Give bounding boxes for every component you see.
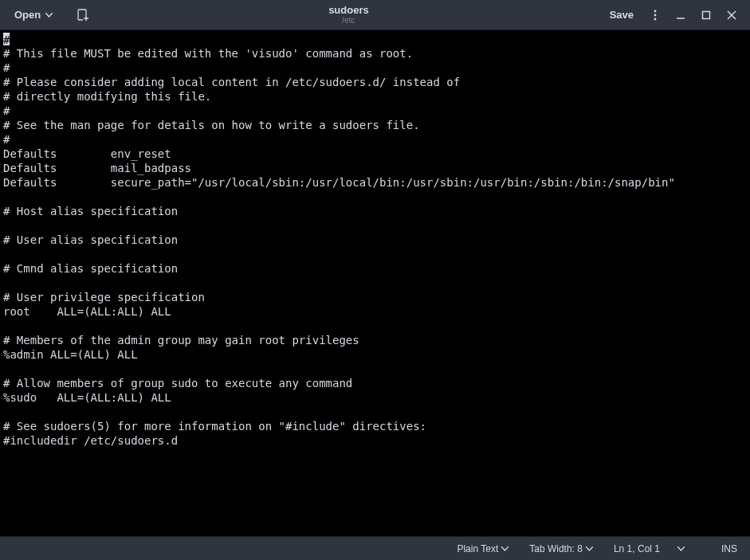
maximize-icon	[701, 10, 711, 20]
syntax-label: Plain Text	[457, 543, 498, 554]
editor-content: # This file MUST be edited with the 'vis…	[3, 47, 675, 447]
editor-area[interactable]: # # This file MUST be edited with the 'v…	[0, 30, 750, 536]
titlebar-right: Save	[602, 3, 744, 27]
new-document-icon	[77, 9, 89, 22]
maximize-button[interactable]	[694, 3, 718, 27]
svg-point-4	[654, 10, 657, 12]
svg-point-5	[654, 14, 657, 16]
cursor-position-label: Ln 1, Col 1	[614, 543, 660, 554]
chevron-down-icon	[501, 546, 509, 551]
close-button[interactable]	[720, 3, 744, 27]
hamburger-menu-button[interactable]	[643, 3, 667, 27]
titlebar-center: sudoers /etc	[96, 5, 601, 25]
chevron-down-icon	[677, 546, 685, 551]
tab-width-selector[interactable]: Tab Width: 8	[526, 542, 596, 556]
open-label: Open	[14, 9, 41, 21]
statusbar: Plain Text Tab Width: 8 Ln 1, Col 1 INS	[0, 536, 750, 560]
close-icon	[727, 10, 736, 20]
window-title: sudoers	[328, 5, 369, 16]
save-label: Save	[610, 9, 634, 21]
titlebar: Open sudoers /etc Save	[0, 0, 750, 30]
tab-width-label: Tab Width: 8	[529, 543, 583, 554]
chevron-down-icon	[45, 13, 53, 18]
insert-mode-label: INS	[721, 543, 737, 554]
titlebar-left: Open	[6, 4, 96, 26]
minimize-button[interactable]	[669, 3, 693, 27]
open-button[interactable]: Open	[6, 6, 61, 24]
cursor-position[interactable]: Ln 1, Col 1	[611, 542, 688, 556]
insert-mode[interactable]: INS	[718, 542, 740, 556]
save-button[interactable]: Save	[602, 6, 642, 24]
svg-rect-8	[703, 11, 710, 18]
minimize-icon	[676, 10, 685, 20]
kebab-menu-icon	[650, 10, 661, 21]
syntax-selector[interactable]: Plain Text	[454, 542, 512, 556]
text-cursor: #	[3, 33, 10, 45]
window-subtitle: /etc	[342, 16, 355, 25]
svg-point-6	[654, 18, 657, 20]
chevron-down-icon	[586, 546, 593, 551]
new-document-button[interactable]	[70, 4, 96, 26]
